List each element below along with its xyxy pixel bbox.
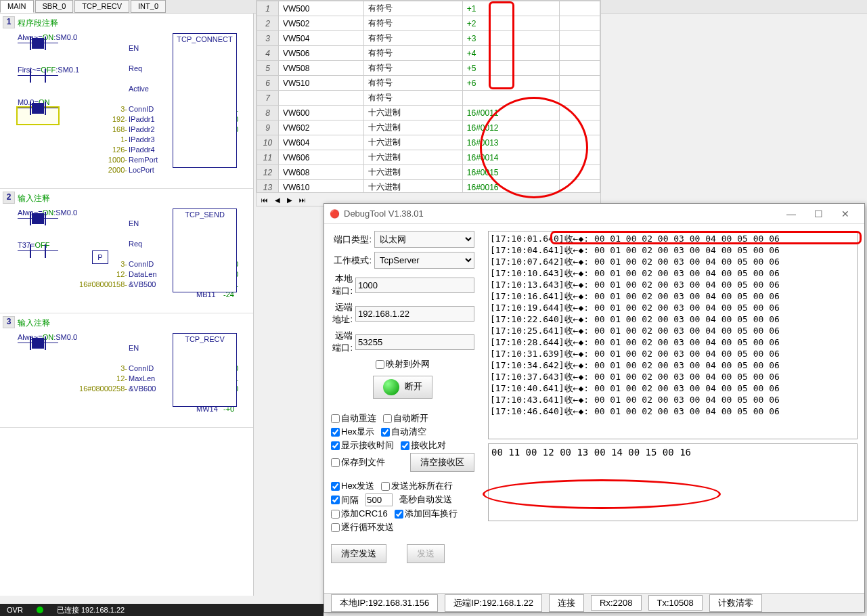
- contact-symbol[interactable]: [18, 75, 58, 91]
- function-block[interactable]: TCP_RECV: [173, 333, 237, 407]
- table-row[interactable]: 2VW502有符号+2: [257, 16, 600, 31]
- show-time-checkbox[interactable]: [331, 441, 340, 450]
- function-block[interactable]: TCP_SEND: [173, 208, 237, 292]
- rung-comment[interactable]: 程序段注释: [18, 16, 250, 33]
- format-cell[interactable]: 十六进制: [363, 165, 462, 180]
- minimize-icon[interactable]: —: [778, 208, 805, 219]
- format-cell[interactable]: 有符号: [363, 76, 462, 91]
- value-cell[interactable]: 16#0014: [462, 150, 559, 165]
- tab-sbr0[interactable]: SBR_0: [35, 0, 74, 13]
- format-cell[interactable]: 有符号: [363, 1, 462, 16]
- contact-symbol[interactable]: [18, 250, 58, 267]
- addr-cell[interactable]: VW610: [279, 180, 364, 193]
- map-external-checkbox[interactable]: [376, 360, 384, 369]
- port-type-select[interactable]: 以太网: [374, 231, 474, 248]
- maximize-icon[interactable]: ☐: [805, 208, 832, 219]
- ladder-editor[interactable]: 1程序段注释Alwa~=ON:SM0.0First~=OFF:SM0.1M0.0…: [0, 14, 254, 596]
- local-port-input[interactable]: [355, 278, 474, 293]
- table-row[interactable]: 4VW506有符号+4: [257, 46, 600, 61]
- recv-log[interactable]: [17:10:01.640]收←◆: 00 01 00 02 00 03 00 …: [488, 231, 858, 439]
- loop-send-checkbox[interactable]: [331, 523, 340, 532]
- table-row[interactable]: 13VW610十六进制16#0016: [257, 180, 600, 193]
- nav-first-icon[interactable]: ⏮: [259, 196, 270, 204]
- addr-cell[interactable]: VW506: [279, 46, 364, 61]
- format-cell[interactable]: 有符号: [363, 46, 462, 61]
- value-cell[interactable]: [462, 91, 559, 106]
- addr-cell[interactable]: VW502: [279, 16, 364, 31]
- rung[interactable]: 3输入注释Alwa~=ON:SM0.0EN3-ConnIDM5.0-2#012-…: [0, 313, 253, 428]
- format-cell[interactable]: 十六进制: [363, 120, 462, 135]
- value-cell[interactable]: 16#0016: [462, 180, 559, 193]
- connect-button[interactable]: 连接: [549, 594, 584, 612]
- rung[interactable]: 2输入注释Alwa~=ON:SM0.0T37=OFFPENReq3-ConnID…: [0, 189, 253, 313]
- function-block[interactable]: TCP_CONNECT: [173, 33, 237, 168]
- work-mode-select[interactable]: TcpServer: [374, 252, 474, 269]
- format-cell[interactable]: 十六进制: [363, 180, 462, 193]
- contact-symbol[interactable]: [18, 108, 58, 124]
- hex-send-checkbox[interactable]: [331, 482, 340, 491]
- table-row[interactable]: 12VW608十六进制16#0015: [257, 165, 600, 180]
- rung[interactable]: 1程序段注释Alwa~=ON:SM0.0First~=OFF:SM0.1M0.0…: [0, 14, 253, 189]
- format-cell[interactable]: 十六进制: [363, 135, 462, 150]
- addr-cell[interactable]: VW606: [279, 150, 364, 165]
- auto-disconnect-checkbox[interactable]: [383, 414, 392, 423]
- auto-reconnect-checkbox[interactable]: [331, 414, 340, 423]
- format-cell[interactable]: 十六进制: [363, 150, 462, 165]
- format-cell[interactable]: 十六进制: [363, 106, 462, 120]
- watch-table[interactable]: 1VW500有符号+12VW502有符号+23VW504有符号+34VW506有…: [256, 0, 601, 206]
- format-cell[interactable]: 有符号: [363, 31, 462, 46]
- addr-cell[interactable]: VW600: [279, 106, 364, 120]
- disconnect-button[interactable]: 断开: [373, 376, 432, 399]
- addr-cell[interactable]: VW608: [279, 165, 364, 180]
- nav-next-icon[interactable]: ▶: [285, 196, 294, 204]
- interval-checkbox[interactable]: [331, 496, 340, 504]
- value-cell[interactable]: 16#0015: [462, 165, 559, 180]
- rung-comment[interactable]: 输入注释: [18, 192, 250, 208]
- value-cell[interactable]: 16#0012: [462, 120, 559, 135]
- send-button[interactable]: 发送: [407, 544, 445, 563]
- table-row[interactable]: 1VW500有符号+1: [257, 1, 600, 16]
- clear-recv-button[interactable]: 清空接收区: [410, 453, 474, 472]
- addr-cell[interactable]: VW510: [279, 76, 364, 91]
- table-row[interactable]: 8VW600十六进制16#0011: [257, 106, 600, 120]
- rung-comment[interactable]: 输入注释: [18, 316, 250, 333]
- addr-cell[interactable]: VW602: [279, 120, 364, 135]
- recv-compare-checkbox[interactable]: [401, 441, 409, 450]
- send-textarea[interactable]: 00 11 00 12 00 13 00 14 00 15 00 16: [488, 443, 858, 521]
- addr-cell[interactable]: VW508: [279, 61, 364, 76]
- format-cell[interactable]: 有符号: [363, 16, 462, 31]
- format-cell[interactable]: 有符号: [363, 91, 462, 106]
- contact-symbol[interactable]: [18, 218, 58, 234]
- hex-display-checkbox[interactable]: [331, 428, 340, 437]
- table-row[interactable]: 3VW504有符号+3: [257, 31, 600, 46]
- nav-prev-icon[interactable]: ◀: [273, 196, 282, 204]
- remote-port-input[interactable]: [355, 334, 474, 350]
- send-cursor-checkbox[interactable]: [381, 482, 390, 491]
- table-row[interactable]: 7有符号: [257, 91, 600, 106]
- addr-cell[interactable]: [279, 91, 364, 106]
- clear-send-button[interactable]: 清空发送: [331, 544, 386, 563]
- tab-int0[interactable]: INT_0: [131, 0, 166, 13]
- tab-main[interactable]: MAIN: [0, 0, 34, 13]
- nav-last-icon[interactable]: ⏭: [297, 196, 308, 204]
- auto-clear-checkbox[interactable]: [381, 428, 390, 437]
- tab-tcp-recv[interactable]: TCP_RECV: [74, 0, 129, 13]
- format-cell[interactable]: 有符号: [363, 61, 462, 76]
- close-icon[interactable]: ✕: [832, 208, 859, 219]
- value-cell[interactable]: 16#0011: [462, 106, 559, 120]
- table-row[interactable]: 9VW602十六进制16#0012: [257, 120, 600, 135]
- contact-symbol[interactable]: [18, 43, 58, 59]
- add-crlf-checkbox[interactable]: [395, 510, 403, 519]
- contact-symbol[interactable]: [18, 343, 58, 359]
- save-file-checkbox[interactable]: [331, 458, 340, 467]
- value-cell[interactable]: 16#0013: [462, 135, 559, 150]
- add-crc-checkbox[interactable]: [331, 510, 340, 519]
- interval-input[interactable]: [365, 493, 393, 506]
- table-row[interactable]: 5VW508有符号+5: [257, 61, 600, 76]
- remote-addr-input[interactable]: [355, 306, 474, 322]
- table-row[interactable]: 10VW604十六进制16#0013: [257, 135, 600, 150]
- titlebar[interactable]: 🔴 DebugTool V1.38.01 — ☐ ✕: [324, 204, 864, 224]
- clear-count-button[interactable]: 计数清零: [709, 594, 762, 612]
- table-row[interactable]: 11VW606十六进制16#0014: [257, 150, 600, 165]
- addr-cell[interactable]: VW504: [279, 31, 364, 46]
